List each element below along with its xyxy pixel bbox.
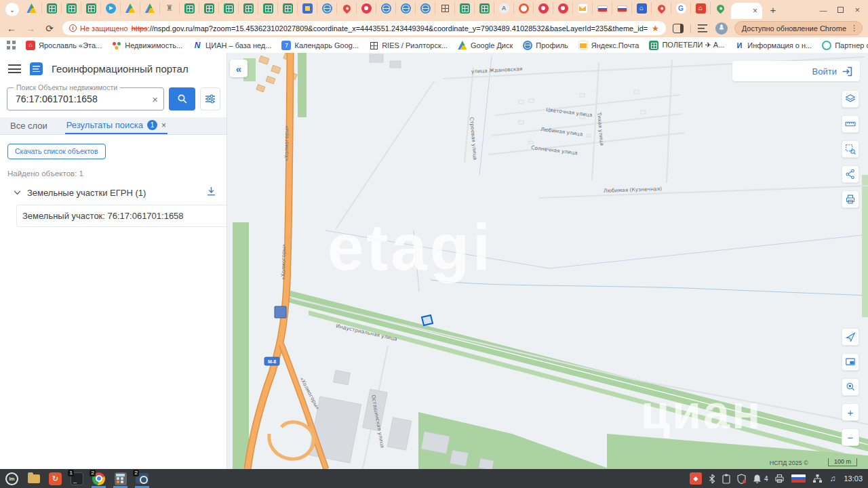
search-location-button[interactable] — [842, 378, 859, 396]
pinned-tab-pin_red[interactable] — [336, 2, 356, 14]
launcher-orange-button[interactable]: ↻ — [47, 471, 63, 487]
pinned-tab-pin_green[interactable] — [710, 2, 730, 14]
clear-search-icon[interactable]: × — [152, 94, 158, 105]
search-input[interactable] — [7, 94, 140, 104]
pinned-tab-ok[interactable] — [513, 2, 533, 14]
pinned-tab-globe[interactable] — [376, 2, 395, 14]
pinned-tab-sheets[interactable] — [61, 2, 81, 14]
pinned-tab-globe[interactable] — [415, 2, 435, 14]
pinned-tab-flag[interactable] — [612, 2, 631, 14]
terminal-button[interactable]: 1_ — [69, 471, 85, 487]
pinned-tab-eagle[interactable] — [159, 2, 179, 14]
pinned-tab-drive[interactable] — [22, 2, 41, 14]
bookmark-item[interactable]: Календарь Goog... — [281, 41, 359, 50]
chrome-taskbar-button[interactable]: 2 — [91, 471, 106, 487]
browser-menu-icon[interactable]: ⋮ — [850, 24, 858, 33]
music-note-icon[interactable]: ♫ — [829, 474, 835, 483]
pinned-tab-circle_red[interactable] — [533, 2, 553, 14]
pinned-tab-sheets[interactable] — [179, 2, 199, 14]
pinned-tab-mail[interactable] — [572, 2, 592, 14]
reload-button[interactable]: ⟳ — [43, 23, 56, 34]
active-tab[interactable]: × — [731, 3, 762, 19]
download-group-icon[interactable] — [206, 186, 216, 199]
screenshot-button[interactable]: 2 — [134, 471, 150, 487]
bookmark-item[interactable]: Google Диск — [458, 41, 513, 50]
measure-button[interactable] — [842, 115, 859, 133]
pinned-tab-globe[interactable] — [317, 2, 336, 14]
pinned-tab-circle_red[interactable] — [356, 2, 376, 14]
pinned-tab-grid[interactable] — [435, 2, 454, 14]
pinned-tab-sheets[interactable] — [277, 2, 297, 14]
pinned-tab-telegram[interactable] — [100, 2, 120, 14]
download-list-button[interactable]: Скачать список объектов — [7, 144, 106, 159]
filter-button[interactable] — [200, 87, 220, 110]
results-group-header[interactable]: Земельные участки ЕГРН (1) — [0, 186, 226, 199]
chrome-update-button[interactable]: Доступно обновление Chrome ⋮ — [734, 21, 863, 35]
pinned-tab-sheets[interactable] — [454, 2, 474, 14]
overview-map-button[interactable] — [842, 353, 859, 371]
minimize-button[interactable]: — — [819, 6, 827, 14]
address-bar[interactable]: i Не защищено https://nspd.gov.ru/map?zo… — [62, 21, 666, 35]
reading-list-icon[interactable] — [698, 24, 709, 33]
bookmark-item[interactable]: ЦИАН – база нед... — [193, 41, 271, 50]
search-button[interactable] — [169, 87, 195, 110]
back-button[interactable]: ← — [5, 23, 18, 34]
file-manager-button[interactable] — [26, 471, 41, 487]
pinned-tab-sheets[interactable] — [238, 2, 258, 14]
apps-grid-icon[interactable] — [7, 41, 16, 49]
bookmark-item[interactable]: Партнер онлайн — [822, 41, 868, 50]
pinned-tab-sheets[interactable] — [81, 2, 100, 14]
collapse-sidebar-button[interactable]: « — [230, 60, 248, 77]
profile-avatar[interactable] — [715, 22, 728, 35]
pinned-tab-sheets[interactable] — [218, 2, 238, 14]
new-tab-button[interactable]: + — [765, 1, 781, 18]
security-badge[interactable]: Не защищено — [80, 24, 128, 33]
zoom-out-button[interactable]: − — [842, 428, 859, 446]
close-results-tab-icon[interactable]: × — [161, 121, 166, 130]
maximize-button[interactable] — [837, 7, 844, 13]
not-secure-icon[interactable]: i — [69, 24, 77, 32]
pinned-tab-pin_red[interactable] — [651, 2, 671, 14]
pinned-tab-sheets[interactable] — [41, 2, 61, 14]
close-tab-icon[interactable]: × — [753, 7, 757, 15]
share-button[interactable] — [842, 165, 859, 183]
station-marker[interactable] — [275, 306, 286, 318]
pinned-tab-metrika[interactable] — [297, 2, 317, 14]
pinned-tab-sheets[interactable] — [258, 2, 277, 14]
print-button[interactable] — [842, 190, 859, 208]
bookmark-item[interactable]: RIES / Риэлторск... — [369, 41, 448, 50]
clipboard-icon[interactable] — [722, 474, 730, 484]
bookmark-item[interactable]: Яндекс.Почта — [578, 41, 639, 50]
mint-menu-button[interactable]: lm — [4, 471, 20, 487]
bookmark-item[interactable]: Ярославль «Эта... — [26, 41, 102, 50]
layers-button[interactable] — [842, 90, 859, 108]
locate-button[interactable] — [842, 328, 859, 346]
calculator-button[interactable] — [113, 471, 128, 487]
bookmark-item[interactable]: Информация о н... — [734, 41, 812, 50]
login-bar[interactable]: Войти — [732, 61, 860, 81]
search-field[interactable]: Поиск Объекты недвижимости × — [7, 87, 164, 110]
forward-button[interactable]: → — [24, 23, 37, 34]
url-text[interactable]: https://nspd.gov.ru/map?zoom=15.45362310… — [132, 24, 648, 33]
pinned-tab-google[interactable] — [671, 2, 690, 14]
bookmark-item[interactable]: Недвижимость... — [112, 41, 182, 50]
close-window-button[interactable]: × — [854, 5, 860, 15]
menu-hamburger-icon[interactable] — [8, 64, 21, 73]
pinned-tab-drive[interactable] — [120, 2, 140, 14]
shield-icon[interactable] — [737, 474, 746, 484]
bookmark-star-icon[interactable]: ★ — [652, 24, 659, 33]
zoom-in-button[interactable]: + — [842, 403, 859, 421]
bookmark-item[interactable]: ПОЛЕТЕЛИ ✈ А... — [649, 41, 724, 50]
pinned-tab-circle_red[interactable] — [553, 2, 572, 14]
notification-bell-icon[interactable] — [753, 474, 762, 484]
pinned-tab-sheets[interactable] — [474, 2, 494, 14]
tab-all-layers[interactable]: Все слои — [10, 121, 47, 131]
bookmark-item[interactable]: Профиль — [523, 41, 568, 50]
select-area-button[interactable] — [842, 140, 859, 158]
pinned-tab-gos[interactable] — [631, 2, 651, 14]
pinned-tab-flag[interactable] — [592, 2, 612, 14]
tab-search-button[interactable]: ⌄ — [5, 3, 19, 16]
printer-icon[interactable] — [774, 474, 785, 483]
map-area[interactable]: М-8 улица Ждановская Цветочная улица Люб… — [227, 53, 868, 469]
side-panel-icon[interactable] — [673, 24, 684, 33]
